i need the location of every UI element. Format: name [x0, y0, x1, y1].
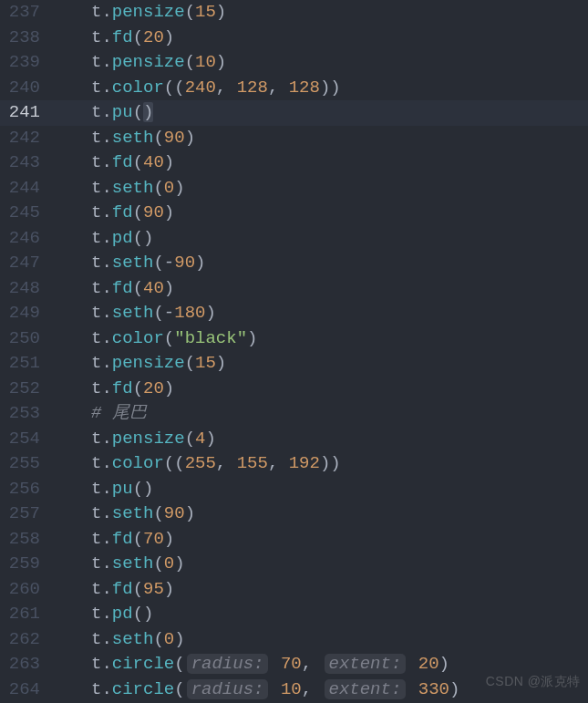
code-content[interactable]: t.pu()	[55, 477, 588, 502]
code-line[interactable]: 249t.seth(-180)	[0, 301, 588, 326]
code-line[interactable]: 257t.seth(90)	[0, 501, 588, 527]
code-content[interactable]: t.seth(90)	[55, 501, 588, 527]
token-func: pensize	[112, 52, 185, 72]
code-line[interactable]: 254t.pensize(4)	[0, 427, 588, 452]
code-content[interactable]: t.seth(90)	[55, 126, 588, 151]
token-func: seth	[112, 128, 154, 148]
token-punc: ,	[268, 453, 289, 473]
token-punc: (	[153, 553, 163, 574]
token-func: seth	[112, 503, 154, 523]
code-content[interactable]: t.fd(40)	[55, 276, 588, 302]
code-content[interactable]: t.seth(-90)	[55, 251, 588, 276]
line-number: 258	[0, 527, 55, 553]
token-ident: t	[91, 128, 101, 148]
code-line[interactable]: 244t.seth(0)	[0, 176, 588, 202]
token-ident: t	[91, 178, 101, 198]
inlay-hint: radius:	[187, 679, 269, 699]
code-content[interactable]: t.fd(20)	[55, 377, 588, 402]
code-content[interactable]: t.fd(70)	[55, 527, 588, 553]
token-num: 20	[143, 378, 164, 398]
token-punc: )	[205, 303, 215, 323]
code-line[interactable]: 237t.pensize(15)	[0, 0, 588, 26]
line-number: 245	[0, 201, 55, 226]
code-content[interactable]: t.color("black")	[55, 326, 588, 352]
code-line[interactable]: 239t.pensize(10)	[0, 50, 588, 76]
code-content[interactable]: t.pd()	[55, 602, 588, 627]
code-content[interactable]: t.pensize(4)	[55, 427, 588, 452]
token-ident: t	[91, 353, 101, 373]
code-line[interactable]: 240t.color((240, 128, 128))	[0, 76, 588, 101]
token-punc: )	[216, 353, 226, 373]
line-number: 238	[0, 26, 55, 51]
line-number: 247	[0, 251, 55, 276]
code-line[interactable]: 251t.pensize(15)	[0, 351, 588, 377]
code-content[interactable]: t.pensize(15)	[55, 351, 588, 377]
code-content[interactable]: t.fd(90)	[55, 201, 588, 226]
token-punc: ()	[133, 479, 154, 499]
token-ident: t	[91, 529, 101, 549]
token-cmt: # 尾巴	[91, 403, 147, 423]
inlay-hint: extent:	[325, 654, 407, 674]
code-line[interactable]: 262t.seth(0)	[0, 627, 588, 653]
code-content[interactable]: t.fd(40)	[55, 150, 588, 176]
line-number: 259	[0, 552, 55, 577]
token-func: color	[112, 453, 164, 473]
token-punc: (	[153, 629, 163, 649]
token-punc: .	[101, 202, 111, 222]
code-content[interactable]: t.seth(0)	[55, 176, 588, 202]
code-line[interactable]: 250t.color("black")	[0, 326, 588, 352]
code-line[interactable]: 245t.fd(90)	[0, 201, 588, 226]
code-line[interactable]: 259t.seth(0)	[0, 552, 588, 577]
token-punc: (-	[153, 303, 174, 323]
token-func: seth	[112, 178, 154, 198]
code-line[interactable]: 238t.fd(20)	[0, 26, 588, 51]
code-line[interactable]: 260t.fd(95)	[0, 577, 588, 603]
token-func: circle	[112, 654, 174, 674]
code-content[interactable]: t.fd(95)	[55, 577, 588, 603]
code-line[interactable]: 241t.pu()	[0, 100, 588, 126]
code-content[interactable]: t.pensize(10)	[55, 50, 588, 76]
token-punc: (	[185, 52, 195, 72]
code-content[interactable]: t.pd()	[55, 226, 588, 252]
token-func: seth	[112, 253, 154, 273]
token-func: circle	[112, 679, 174, 699]
code-line[interactable]: 242t.seth(90)	[0, 126, 588, 151]
token-num: 10	[281, 679, 302, 699]
code-content[interactable]: t.fd(20)	[55, 26, 588, 51]
code-line[interactable]: 253# 尾巴	[0, 401, 588, 427]
code-line[interactable]: 252t.fd(20)	[0, 377, 588, 402]
code-line[interactable]: 256t.pu()	[0, 477, 588, 502]
token-num: 20	[143, 27, 164, 47]
code-line[interactable]: 247t.seth(-90)	[0, 251, 588, 276]
code-content[interactable]: t.color((255, 155, 192))	[55, 451, 588, 477]
code-line[interactable]: 261t.pd()	[0, 602, 588, 627]
token-ident: t	[91, 303, 101, 323]
token-ident: t	[91, 202, 101, 222]
token-ident: t	[91, 503, 101, 523]
token-num: 128	[289, 78, 320, 98]
token-punc: .	[101, 503, 111, 523]
code-content[interactable]: # 尾巴	[55, 401, 588, 427]
code-content[interactable]: t.color((240, 128, 128))	[55, 76, 588, 101]
token-func: fd	[112, 529, 133, 549]
line-number: 244	[0, 176, 55, 202]
code-content[interactable]: t.seth(-180)	[55, 301, 588, 326]
line-number: 252	[0, 377, 55, 402]
code-line[interactable]: 243t.fd(40)	[0, 150, 588, 176]
token-punc: )	[185, 503, 195, 523]
code-line[interactable]: 248t.fd(40)	[0, 276, 588, 302]
token-punc: .	[101, 353, 111, 373]
code-line[interactable]: 258t.fd(70)	[0, 527, 588, 553]
code-content[interactable]: t.pensize(15)	[55, 0, 588, 26]
code-content[interactable]: t.seth(0)	[55, 552, 588, 577]
inlay-hint: extent:	[325, 679, 407, 699]
code-line[interactable]: 246t.pd()	[0, 226, 588, 252]
code-content[interactable]: t.pu()	[55, 100, 588, 126]
token-punc: )	[164, 27, 174, 47]
code-editor[interactable]: 237t.pensize(15)238t.fd(20)239t.pensize(…	[0, 0, 588, 703]
code-line[interactable]: 255t.color((255, 155, 192))	[0, 451, 588, 477]
code-content[interactable]: t.seth(0)	[55, 627, 588, 653]
token-func: seth	[112, 629, 154, 649]
token-func: fd	[112, 202, 133, 222]
token-func: fd	[112, 579, 133, 599]
